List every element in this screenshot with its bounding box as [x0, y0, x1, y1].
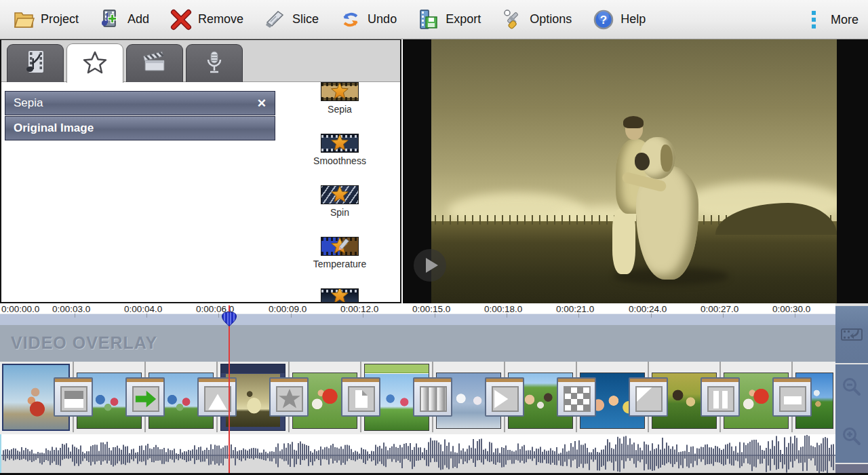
- transition-button-3[interactable]: [197, 377, 237, 417]
- toolbar-label: Add: [127, 12, 149, 26]
- timeline-ruler-band[interactable]: [0, 314, 835, 325]
- tab-narration[interactable]: [186, 44, 243, 82]
- toolbar: ProjectAddRemoveSliceUndoExportOptions?H…: [0, 0, 868, 39]
- time-label: 0:00:18.0: [484, 304, 522, 314]
- effects-list: SepiaSmoothnessSpinTemperature: [302, 82, 377, 303]
- effect-item-spin[interactable]: Spin: [302, 185, 377, 218]
- ruler-tick: [795, 314, 795, 318]
- toolbar-label: Remove: [198, 12, 243, 26]
- audio-track[interactable]: [0, 432, 835, 473]
- woman-figure: [612, 209, 635, 274]
- transition-button-2[interactable]: [125, 377, 165, 417]
- transition-button-7[interactable]: [485, 377, 524, 417]
- transition-button-9[interactable]: [629, 377, 668, 417]
- toolbar-label: Help: [620, 12, 646, 26]
- video-track-rail-button[interactable]: [835, 306, 868, 363]
- video-frame: [431, 39, 837, 303]
- woman-figure: [623, 116, 644, 128]
- tab-effects[interactable]: [66, 43, 123, 83]
- time-label: 0:00:00.0: [1, 304, 39, 314]
- wipe-down-icon: [62, 387, 86, 411]
- time-label: 0:00:27.0: [701, 304, 738, 314]
- ruler-tick: [291, 314, 292, 318]
- video-editor-app: ProjectAddRemoveSliceUndoExportOptions?H…: [0, 0, 868, 475]
- blinds-wipe-icon: [420, 386, 447, 412]
- toolbar-button-add[interactable]: Add: [99, 8, 149, 31]
- toolbar-button-remove[interactable]: Remove: [170, 8, 243, 31]
- applied-effect-title: Sepia: [14, 96, 43, 110]
- transition-button-10[interactable]: [701, 377, 740, 417]
- bars-wipe-icon: [709, 387, 733, 411]
- time-label: 0:00:24.0: [629, 304, 667, 314]
- add-media-icon: [99, 8, 122, 31]
- star-wipe-icon: [276, 386, 303, 412]
- waveform-path: [3, 435, 833, 473]
- playhead-line[interactable]: [229, 305, 230, 473]
- transition-button-6[interactable]: [413, 377, 452, 417]
- transition-button-1[interactable]: [54, 377, 93, 417]
- effect-thumbnail: [321, 82, 359, 101]
- ruler-tick: [363, 314, 363, 318]
- toolbar-label: Options: [530, 12, 572, 26]
- effect-thumbnail: [321, 237, 359, 256]
- svg-text:?: ?: [600, 14, 607, 26]
- effect-item-sepia[interactable]: Sepia: [302, 82, 377, 115]
- zoom-out-button[interactable]: [840, 376, 863, 402]
- transition-button-11[interactable]: [772, 377, 812, 417]
- toolbar-button-undo[interactable]: Undo: [339, 8, 397, 31]
- toolbar-label: Slice: [292, 12, 319, 26]
- video-track[interactable]: [0, 362, 835, 432]
- transition-button-5[interactable]: [341, 377, 380, 417]
- time-label: 0:00:21.0: [556, 304, 594, 314]
- remove-icon: [170, 8, 193, 31]
- time-label: 0:00:04.0: [124, 304, 162, 314]
- wedge-wipe-icon: [493, 387, 517, 411]
- toolbar-button-options[interactable]: Options: [501, 8, 572, 31]
- effect-item[interactable]: [302, 288, 377, 303]
- tab-media[interactable]: [7, 44, 64, 82]
- arrow-right-icon: [134, 387, 158, 411]
- toolbar-button-more[interactable]: More: [802, 0, 859, 39]
- zoom-in-button[interactable]: [840, 425, 863, 451]
- tab-transitions[interactable]: [126, 44, 183, 82]
- clip-color-header: [221, 364, 285, 373]
- export-icon: [417, 8, 440, 31]
- star-wipe-icon: [277, 387, 302, 411]
- audio-clip[interactable]: [0, 434, 835, 473]
- center-wipe-icon: [781, 387, 805, 411]
- wipe-down-icon: [60, 386, 87, 412]
- effect-label: Spin: [302, 207, 377, 218]
- corner-wipe-icon: [637, 387, 661, 411]
- close-icon[interactable]: ✕: [257, 96, 267, 111]
- toolbar-label: Project: [41, 12, 79, 26]
- dog-figure: [635, 153, 650, 170]
- ruler-tick: [578, 314, 579, 318]
- applied-effect-item[interactable]: Original Image: [5, 116, 275, 140]
- time-label: 0:00:09.0: [269, 304, 307, 314]
- effect-item-temperature[interactable]: Temperature: [302, 237, 377, 269]
- time-label: 0:00:12.0: [340, 304, 378, 314]
- track-rail: [835, 303, 868, 475]
- time-label: 0:00:03.0: [52, 304, 90, 314]
- timeline-ruler[interactable]: 0:00:00.00:00:03.00:00:04.00:00:06.00:00…: [0, 303, 868, 325]
- mountain-wipe-icon: [204, 386, 231, 412]
- transition-button-4[interactable]: [269, 377, 309, 417]
- video-overlay-track[interactable]: VIDEO OVERLAY: [0, 325, 835, 362]
- toolbar-button-help[interactable]: ?Help: [592, 8, 646, 31]
- play-button[interactable]: [414, 249, 446, 282]
- ruler-tick: [723, 314, 724, 318]
- ruler-tick: [651, 314, 652, 318]
- toolbar-button-project[interactable]: Project: [12, 8, 79, 31]
- effect-item-smoothness[interactable]: Smoothness: [302, 134, 377, 166]
- clapperboard-icon: [140, 49, 170, 79]
- toolbar-button-export[interactable]: Export: [417, 8, 481, 31]
- toolbar-label: Undo: [368, 12, 397, 26]
- applied-effect-header[interactable]: Sepia ✕: [5, 91, 275, 115]
- video-preview[interactable]: [403, 39, 868, 303]
- audio-waveform: [1, 434, 835, 473]
- more-icon: [802, 8, 825, 31]
- ruler-tick: [507, 314, 507, 318]
- transition-button-8[interactable]: [557, 377, 596, 417]
- toolbar-button-slice[interactable]: Slice: [264, 8, 319, 31]
- playhead-marker[interactable]: [221, 311, 237, 326]
